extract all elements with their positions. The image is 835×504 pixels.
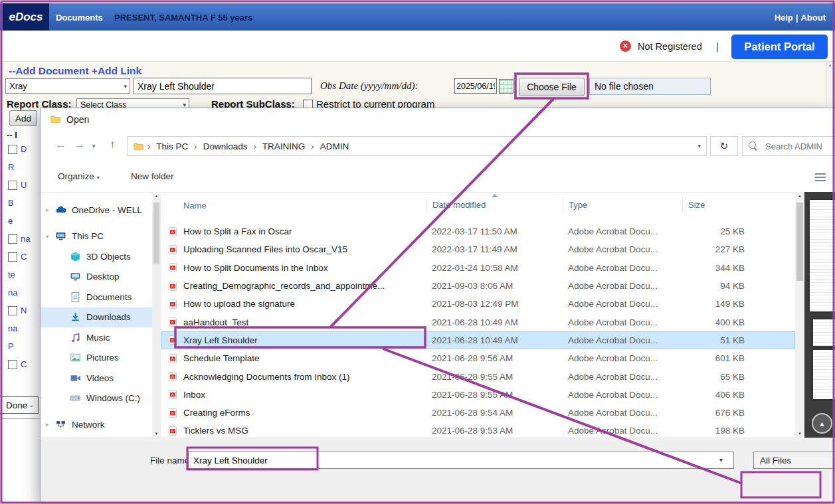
sidebar-item-onedrive-well[interactable]: ▸OneDrive - WELL xyxy=(41,200,152,220)
sidebar-item-music[interactable]: Music xyxy=(41,327,152,348)
refresh-icon[interactable]: ↻ xyxy=(710,136,738,156)
scrollbar-thumb[interactable] xyxy=(796,203,803,281)
add-button[interactable]: Add xyxy=(9,110,37,126)
done-button[interactable]: Done - xyxy=(0,396,39,414)
file-name: Creating_Demographic_records_and_appoint… xyxy=(183,281,385,291)
sidebar-item-documents[interactable]: Documents xyxy=(41,287,152,307)
folder-icon xyxy=(133,141,144,152)
collapsed-chevron-icon[interactable]: ▸ xyxy=(46,421,49,428)
details-view-icon[interactable] xyxy=(815,172,826,181)
new-folder-button[interactable]: New folder xyxy=(131,171,174,181)
collapsed-chevron-icon[interactable]: ▸ xyxy=(46,207,49,213)
help-link[interactable]: Help xyxy=(775,13,793,23)
sidebar-item-windows-c[interactable]: Windows (C:) xyxy=(41,388,152,409)
list-item[interactable]: C xyxy=(0,355,40,373)
sidebar-item-network[interactable]: ▸Network xyxy=(41,414,152,435)
list-item[interactable]: N xyxy=(0,301,40,319)
list-item[interactable]: P xyxy=(0,337,40,355)
list-item[interactable]: e xyxy=(0,212,40,230)
nav-documents[interactable]: Documents xyxy=(56,13,103,23)
file-row[interactable]: Creating eForms2021-06-28 9:54 AMAdobe A… xyxy=(161,404,795,422)
list-item[interactable]: C xyxy=(0,248,40,266)
patient-portal-button[interactable]: Patient Portal xyxy=(731,35,828,59)
sidebar-item-this-pc[interactable]: ▾This PC xyxy=(41,226,152,247)
add-document-heading[interactable]: --Add Document +Add Link xyxy=(9,65,141,77)
breadcrumb-item-downloads[interactable]: Downloads xyxy=(201,141,250,151)
scroll-up-icon[interactable]: ▴ xyxy=(795,193,804,199)
file-row[interactable]: Creating_Demographic_records_and_appoint… xyxy=(161,277,795,295)
file-row[interactable]: Acknowledging Documents from Inbox (1)20… xyxy=(161,367,795,385)
file-row[interactable]: Schedule Template2021-06-28 9:56 AMAdobe… xyxy=(161,349,795,367)
scrollbar-thumb[interactable] xyxy=(153,203,159,264)
column-header-date-modified[interactable]: Date modified xyxy=(426,197,563,213)
search-box[interactable] xyxy=(742,136,835,156)
search-input[interactable] xyxy=(764,141,830,152)
file-name-input[interactable] xyxy=(188,452,734,469)
search-icon xyxy=(749,141,756,149)
file-row[interactable]: How to Split Documents in the Inbox2022-… xyxy=(161,259,795,277)
file-row[interactable]: How to Split a Fax in Oscar2022-03-17 11… xyxy=(161,222,795,240)
list-item[interactable]: U xyxy=(0,176,40,194)
list-item[interactable]: te xyxy=(0,266,40,284)
sidebar-item-downloads[interactable]: Downloads xyxy=(41,307,152,328)
obs-date-input[interactable] xyxy=(454,78,497,94)
column-header-type[interactable]: Type xyxy=(563,197,682,213)
scroll-down-icon[interactable]: ▾ xyxy=(152,431,161,436)
breadcrumb-item-this-pc[interactable]: This PC xyxy=(153,141,191,151)
list-item[interactable]: R xyxy=(0,158,40,176)
document-type-select[interactable]: Xray ▾ xyxy=(5,78,130,94)
file-name-cell: How to upload the signature xyxy=(161,299,426,309)
sidebar-scrollbar[interactable]: ▴ ▾ xyxy=(152,192,161,438)
list-item[interactable]: B xyxy=(0,194,40,212)
checkbox[interactable] xyxy=(8,360,17,369)
calendar-icon[interactable] xyxy=(499,79,513,94)
sidebar-item-desktop[interactable]: Desktop xyxy=(41,267,152,288)
scroll-down-icon[interactable]: ▾ xyxy=(795,431,804,436)
address-chevron-icon[interactable]: ▾ xyxy=(697,143,701,149)
address-bar[interactable]: ›This PC›Downloads›TRAINING›ADMIN ▾ xyxy=(127,136,707,156)
file-row[interactable]: aaHandout_Test2021-06-28 10:49 AMAdobe A… xyxy=(161,313,795,331)
file-row[interactable]: Inbox2021-06-28 9:55 AMAdobe Acrobat Doc… xyxy=(161,386,795,404)
history-chevron-icon[interactable]: ▾ xyxy=(92,143,96,149)
forward-icon[interactable]: → xyxy=(74,138,85,151)
list-item[interactable]: D xyxy=(0,140,40,158)
sidebar-item-pictures[interactable]: Pictures xyxy=(41,348,152,369)
sidebar-item-videos[interactable]: Videos xyxy=(41,368,152,388)
filename-chevron-icon[interactable]: ▾ xyxy=(719,456,723,463)
column-header-name[interactable]: Name xyxy=(161,201,426,210)
file-row[interactable]: Ticklers vs MSG2021-06-28 9:53 AMAdobe A… xyxy=(161,422,795,438)
list-item[interactable]: na xyxy=(0,284,40,301)
organize-menu[interactable]: Organize▾ xyxy=(58,171,100,181)
checkbox[interactable] xyxy=(8,181,17,190)
sidebar-item-label: Videos xyxy=(86,373,114,383)
column-header-size[interactable]: Size xyxy=(682,197,755,213)
list-scrollbar[interactable]: ▴ ▾ xyxy=(795,192,804,438)
checkbox[interactable] xyxy=(8,145,17,154)
description-input[interactable] xyxy=(134,78,312,94)
file-size: 198 KB xyxy=(682,426,755,436)
help-about-divider: | xyxy=(796,13,798,23)
edocs-logo: eDocs xyxy=(3,3,49,31)
file-date-modified: 2022-03-17 11:49 AM xyxy=(426,244,563,254)
dialog-titlebar[interactable]: Open xyxy=(41,108,835,131)
file-row[interactable]: How to upload the signature2021-08-03 12… xyxy=(161,295,795,313)
checkbox[interactable] xyxy=(8,252,17,262)
list-item[interactable]: na xyxy=(0,319,40,337)
choose-file-button[interactable]: Choose File xyxy=(519,78,585,96)
breadcrumb-item-admin[interactable]: ADMIN xyxy=(318,141,352,151)
checkbox[interactable] xyxy=(8,306,17,315)
checkbox[interactable] xyxy=(8,234,17,244)
scroll-up-icon[interactable]: ▴ xyxy=(152,193,161,199)
breadcrumb-item-training[interactable]: TRAINING xyxy=(260,141,308,151)
list-item[interactable]: na xyxy=(0,230,40,248)
up-icon[interactable]: ↑ xyxy=(110,138,116,151)
expanded-chevron-icon[interactable]: ▾ xyxy=(46,233,49,240)
scroll-to-top-icon[interactable]: ▲ xyxy=(812,413,832,434)
sidebar-item-3d-objects[interactable]: 3D Objects xyxy=(41,246,152,267)
back-icon[interactable]: ← xyxy=(55,138,66,151)
page-scrollbar[interactable]: ▴ xyxy=(826,62,834,109)
file-type-select[interactable]: All Files xyxy=(753,452,835,469)
file-row[interactable]: Uploading Scanned Files into Oscar_V1520… xyxy=(161,240,795,258)
file-row[interactable]: Xray Left Shoulder2021-06-28 10:49 AMAdo… xyxy=(161,331,795,349)
about-link[interactable]: About xyxy=(800,13,826,23)
